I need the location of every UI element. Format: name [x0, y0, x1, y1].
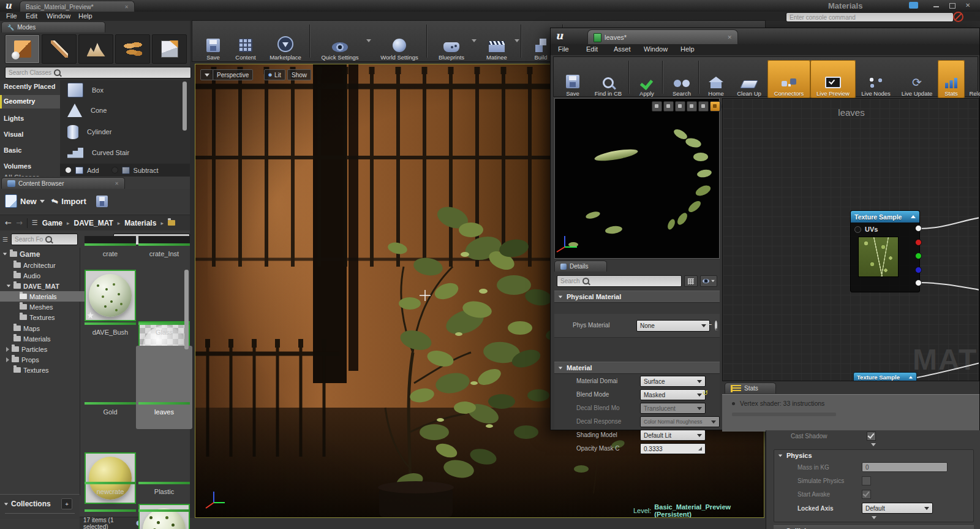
preview-cube-button[interactable]	[687, 101, 697, 112]
preview-grid-toggle-button[interactable]	[710, 101, 720, 112]
new-asset-button[interactable]: New	[5, 194, 45, 208]
material-graph-panel[interactable]: leaves MAT Texture Sample UVs	[722, 98, 979, 381]
material-domain-dropdown[interactable]: Surface	[640, 376, 706, 387]
me-home-button[interactable]: Home	[701, 60, 731, 98]
world-settings-button[interactable]: World Settings	[372, 24, 426, 62]
breadcrumb-materials[interactable]: Materials	[124, 219, 156, 227]
material-tab[interactable]: leaves*	[587, 29, 738, 45]
menu-window[interactable]: Window	[47, 12, 70, 20]
console-command-input[interactable]: Enter console command	[786, 12, 954, 22]
level-tab[interactable]: Basic_Material_Preview*	[20, 1, 135, 12]
asset-dave-bush-thumb[interactable]	[85, 270, 136, 321]
texture-sample-node-header[interactable]: Texture Sample	[851, 211, 919, 223]
me-clean-up-button[interactable]: Clean Up	[731, 60, 767, 98]
me-live-update-button[interactable]: Live Update	[896, 60, 938, 98]
asset-gold-thumb[interactable]	[85, 452, 136, 504]
matinee-chevron-icon[interactable]	[514, 39, 519, 42]
modes-tab[interactable]: 🔧 Modes	[1, 21, 105, 32]
content-button[interactable]: Content	[228, 24, 263, 62]
forward-button[interactable]	[16, 218, 23, 227]
asset-label-dave-bush[interactable]: dAVE_Bush	[85, 329, 136, 336]
me-menu-file[interactable]: File	[558, 45, 569, 53]
material-tab-close-icon[interactable]	[727, 34, 732, 40]
asset-label-gold[interactable]: Gold	[85, 408, 136, 416]
tree-item-particles[interactable]: Particles	[0, 344, 86, 354]
me-release-stats-button[interactable]: Release Stats	[965, 60, 980, 98]
me-menu-help[interactable]: Help	[680, 45, 695, 53]
r-output-pin[interactable]	[915, 239, 922, 246]
texture-sample-collapsed-node[interactable]: Texture Sample	[853, 372, 917, 381]
tree-item-maps[interactable]: Maps	[0, 323, 93, 333]
browse-icon[interactable]	[715, 321, 717, 330]
minimize-button[interactable]	[933, 6, 939, 7]
menu-file[interactable]: File	[6, 12, 17, 20]
me-find-in-cb-button[interactable]: Find in CB	[588, 60, 628, 98]
sources-toggle-icon[interactable]	[2, 236, 8, 243]
paint-mode-button[interactable]	[42, 34, 77, 64]
add-radio[interactable]	[65, 167, 72, 173]
preview-sphere-button[interactable]	[663, 101, 674, 112]
place-mode-button[interactable]	[5, 34, 40, 64]
locked-axis-dropdown[interactable]: Default	[862, 503, 933, 514]
cast-shadow-checkbox[interactable]	[867, 432, 876, 441]
lit-button[interactable]: Lit	[264, 69, 285, 80]
subtract-radio[interactable]	[111, 167, 118, 173]
physics-section-header[interactable]: Physics	[774, 450, 973, 460]
blueprints-chevron-icon[interactable]	[472, 39, 477, 42]
menu-edit[interactable]: Edit	[26, 12, 37, 20]
reset-to-default-icon[interactable]	[703, 389, 708, 397]
category-basic[interactable]: Basic	[4, 147, 21, 154]
tree-item-game[interactable]: Game	[0, 249, 82, 259]
asset-grid-scrollbar[interactable]	[184, 270, 189, 349]
modes-scrollbar[interactable]	[183, 82, 187, 131]
viewport-options-button[interactable]	[200, 69, 214, 80]
me-stats-button[interactable]: Stats	[938, 60, 965, 98]
menu-help[interactable]: Help	[78, 12, 92, 20]
use-selected-icon[interactable]	[706, 321, 712, 329]
geometry-mode-button[interactable]	[152, 34, 187, 64]
phys-material-dropdown[interactable]: None	[636, 320, 710, 332]
search-classes-input[interactable]: Search Classes	[5, 67, 191, 78]
b-output-pin[interactable]	[915, 267, 922, 273]
marketplace-button[interactable]: Marketplace	[262, 24, 309, 62]
tree-item-props[interactable]: Props	[0, 354, 86, 365]
landscape-mode-button[interactable]	[78, 34, 113, 64]
placeable-cone[interactable]: Cone	[67, 101, 107, 120]
preview-plane-button[interactable]	[675, 101, 685, 112]
rgb-output-pin[interactable]	[915, 225, 922, 232]
close-button[interactable]	[965, 2, 970, 9]
breadcrumb-game[interactable]: Game	[42, 219, 62, 227]
preview-mesh-button[interactable]	[698, 101, 709, 112]
me-apply-button[interactable]: Apply	[631, 60, 662, 98]
material-section-header[interactable]: Material	[554, 362, 720, 374]
me-menu-asset[interactable]: Asset	[614, 45, 631, 53]
category-volumes[interactable]: Volumes	[4, 162, 31, 170]
content-browser-tab[interactable]: Content Browser	[1, 177, 125, 189]
expand-more-icon[interactable]	[871, 443, 876, 446]
value-spinner-icon[interactable]	[698, 447, 702, 451]
tree-item-textures[interactable]: Textures	[0, 365, 93, 375]
save-all-icon[interactable]	[96, 196, 108, 207]
asset-label-plastic[interactable]: Plastic	[138, 488, 190, 495]
restore-button[interactable]	[949, 3, 956, 9]
details-view-button[interactable]	[700, 275, 717, 287]
show-button[interactable]: Show	[287, 69, 311, 80]
a-output-pin[interactable]	[915, 280, 922, 286]
me-connectors-button[interactable]: Connectors	[767, 60, 810, 98]
asset-leaves-thumb[interactable]	[138, 504, 190, 529]
g-output-pin[interactable]	[915, 253, 922, 259]
uvs-input-pin[interactable]	[854, 226, 861, 233]
shading-model-dropdown[interactable]: Default Lit	[640, 430, 706, 441]
perspective-button[interactable]: Perspective	[213, 69, 253, 80]
preview-cylinder-button[interactable]	[652, 101, 662, 112]
tree-item-audio[interactable]: Audio	[0, 270, 93, 281]
me-live-preview-button[interactable]: Live Preview	[810, 60, 856, 98]
me-menu-window[interactable]: Window	[644, 45, 668, 53]
texture-sample-node[interactable]: Texture Sample UVs	[850, 210, 920, 292]
feedback-icon[interactable]	[909, 2, 918, 9]
asset-label-newcrate[interactable]: newcrate	[85, 488, 136, 495]
placeable-curved-stair[interactable]: Curved Stair	[67, 143, 129, 162]
tree-item-materials2[interactable]: Materials	[0, 333, 93, 344]
category-lights[interactable]: Lights	[4, 115, 24, 122]
start-awake-checkbox[interactable]	[862, 490, 871, 499]
